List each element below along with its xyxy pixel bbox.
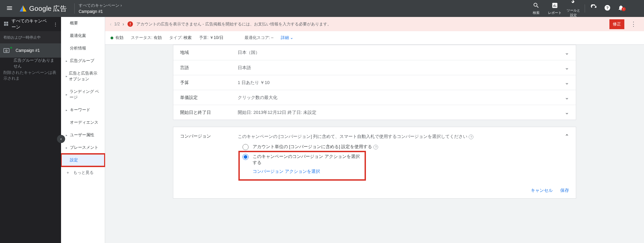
- plus-icon: ＋: [66, 170, 70, 176]
- setting-label: 予算: [180, 80, 238, 86]
- nav-item-label: プレースメント: [70, 145, 98, 150]
- setting-row-1[interactable]: 言語日本語⌄: [173, 60, 576, 75]
- nav-item-8[interactable]: ▸ユーザー属性: [61, 129, 105, 141]
- svg-rect-9: [6, 24, 8, 25]
- setting-value: 日本語: [238, 65, 565, 71]
- nav-item-label: もっと見る: [73, 170, 94, 176]
- help-icon[interactable]: ?: [373, 145, 378, 149]
- nav-item-6[interactable]: ▸キーワード: [61, 104, 105, 116]
- cancel-button[interactable]: キャンセル: [531, 187, 553, 194]
- breadcrumb-line1: すべてのキャンペーン ›: [79, 2, 122, 8]
- nav-item-label: ユーザー属性: [70, 132, 94, 138]
- nav-item-10[interactable]: 設定: [61, 154, 105, 166]
- conversion-label: コンバージョン: [180, 133, 238, 140]
- hamburger-icon[interactable]: [3, 5, 16, 13]
- nav-item-5[interactable]: ▸ランディング ページ: [61, 85, 105, 104]
- tools-settings-tool[interactable]: ツールと 設定: [564, 0, 583, 18]
- settings-card: 地域日本（国）⌄言語日本語⌄予算1 日あたり ￥10⌄単価設定クリック数の最大化…: [173, 45, 576, 120]
- alert-more-icon[interactable]: ⋮: [628, 20, 639, 28]
- alert-next-icon[interactable]: ›: [122, 21, 124, 27]
- tools-label: ツールと 設定: [564, 8, 583, 18]
- nav-item-label: 広告グループ: [70, 58, 94, 64]
- nav-item-9[interactable]: ▸プレースメント: [61, 141, 105, 154]
- report-label: レポート: [545, 11, 564, 15]
- chevron-right-icon: ▸: [66, 75, 67, 78]
- setting-row-4[interactable]: 開始日と終了日開始日: 2013年12月12日 終了日: 未設定⌄: [173, 105, 576, 120]
- setting-row-2[interactable]: 予算1 日あたり ￥10⌄: [173, 75, 576, 90]
- setting-value: クリック数の最大化: [238, 95, 565, 101]
- filter-status-row[interactable]: 有効および一時停止中: [0, 31, 61, 43]
- alert-page: 1/2: [114, 22, 120, 26]
- notification-badge: !: [622, 7, 626, 11]
- page-nav: 概要最適化案分析情報▸広告グループ▸広告と広告表示オプション▸ランディング ペー…: [61, 17, 105, 243]
- nav-item-11[interactable]: ＋もっと見る: [61, 166, 105, 179]
- nav-item-label: 最適化案: [70, 33, 86, 39]
- notifications-icon[interactable]: !: [614, 4, 628, 13]
- chevron-down-icon: ⌄: [565, 94, 569, 101]
- campaign-status-bar: 有効 ステータス: 有効 タイプ: 検索 予算: ￥10/日 最適化スコア: –…: [105, 31, 644, 45]
- divider: [585, 4, 585, 13]
- alert-prev-icon[interactable]: ‹: [110, 21, 112, 27]
- chevron-right-icon: ▸: [66, 134, 69, 137]
- brand-logo[interactable]: Google広告: [16, 4, 70, 13]
- budget-value: ￥10/日: [210, 35, 223, 40]
- sidebar-campaign-item[interactable]: ◎ Campaign #1: [0, 43, 61, 58]
- svg-rect-8: [4, 24, 6, 25]
- alert-banner: ‹ 1/2 › ! アカウントの広告を表示できません - 広告掲載を開始するには…: [105, 17, 644, 31]
- nav-item-1[interactable]: 最適化案: [61, 29, 105, 42]
- refresh-icon[interactable]: [587, 4, 601, 13]
- radio-campaign[interactable]: [242, 154, 249, 160]
- status-label: ステータス:: [131, 35, 152, 40]
- svg-text:?: ?: [606, 5, 608, 10]
- type-value: 検索: [183, 35, 192, 40]
- campaign-name: Campaign #1: [16, 48, 40, 53]
- conversion-desc: このキャンペーンの [コンバージョン] 列に含めて、スマート自動入札で使用するコ…: [238, 134, 467, 139]
- nav-item-label: ランディング ページ: [70, 89, 100, 100]
- help-icon[interactable]: ?: [601, 4, 614, 13]
- status-enabled: 有効: [115, 35, 123, 41]
- nav-item-4[interactable]: ▸広告と広告表示オプション: [61, 67, 105, 85]
- search-tool[interactable]: 検索: [527, 2, 545, 15]
- nav-item-label: キーワード: [70, 107, 90, 113]
- nav-item-3[interactable]: ▸広告グループ: [61, 55, 105, 67]
- opt1-label: アカウント単位の [コンバージョンに含める] 設定を使用する: [253, 144, 372, 149]
- setting-label: 単価設定: [180, 95, 238, 101]
- status-value: 有効: [154, 35, 162, 40]
- collapse-sidebar-icon[interactable]: ‹: [57, 135, 65, 143]
- help-icon[interactable]: ?: [469, 135, 473, 139]
- chevron-right-icon: ▸: [66, 146, 69, 149]
- conversion-option-account[interactable]: アカウント単位の [コンバージョンに含める] 設定を使用する?: [242, 144, 569, 150]
- all-campaigns-row[interactable]: すべてのキャンペーン ⋮: [0, 17, 61, 31]
- status-dot-icon: [111, 37, 113, 39]
- setting-label: 地域: [180, 49, 238, 56]
- setting-row-0[interactable]: 地域日本（国）⌄: [173, 45, 576, 60]
- chevron-right-icon: ▸: [66, 59, 69, 63]
- report-tool[interactable]: レポート: [545, 2, 564, 15]
- deleted-note-label: 削除されたキャンペーンは表示されま: [3, 70, 58, 81]
- save-button[interactable]: 保存: [560, 187, 569, 194]
- campaign-nav: すべてのキャンペーン ⋮ 有効および一時停止中 ◎ Campaign #1 広告…: [0, 17, 61, 243]
- nav-item-0[interactable]: 概要: [61, 17, 105, 29]
- select-conversion-action-link[interactable]: コンバージョン アクションを選択: [253, 168, 363, 175]
- radio-account[interactable]: [242, 144, 249, 150]
- setting-label: 開始日と終了日: [180, 109, 238, 116]
- chevron-down-icon: ⌄: [565, 49, 569, 56]
- setting-row-3[interactable]: 単価設定クリック数の最大化⌄: [173, 90, 576, 105]
- nav-item-label: 広告と広告表示オプション: [69, 70, 100, 82]
- brand-google: Google: [29, 5, 52, 12]
- kebab-icon[interactable]: ⋮: [53, 22, 58, 27]
- ads-logo-icon: [20, 5, 26, 12]
- no-adgroup-label: 広告グループがありません: [14, 58, 58, 69]
- search-label: 検索: [527, 11, 545, 15]
- fix-button[interactable]: 修正: [609, 19, 624, 29]
- warning-icon: !: [128, 21, 133, 27]
- chevron-right-icon: ▸: [66, 93, 68, 96]
- detail-link[interactable]: 詳細 ⌄: [281, 35, 293, 41]
- conversion-option-campaign[interactable]: このキャンペーンのコンバージョン アクションを選択する コンバージョン アクショ…: [242, 154, 363, 175]
- nav-item-7[interactable]: オーディエンス: [61, 116, 105, 129]
- breadcrumb[interactable]: すべてのキャンペーン › Campaign #1: [79, 2, 122, 15]
- nav-item-2[interactable]: 分析情報: [61, 42, 105, 55]
- budget-label: 予算:: [199, 35, 208, 40]
- breadcrumb-line2: Campaign #1: [79, 8, 122, 15]
- collapse-icon[interactable]: ⌃: [565, 133, 569, 140]
